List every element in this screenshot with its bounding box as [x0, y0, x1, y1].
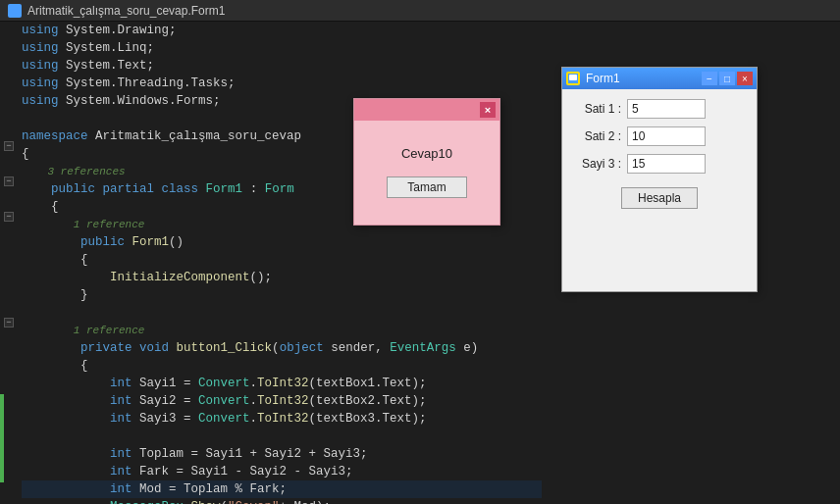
form1-row-2: Sati 2 :: [574, 126, 745, 146]
form1-row-1: Sati 1 :: [574, 99, 745, 119]
dialog-title-bar: ×: [354, 99, 499, 121]
form1-close-button[interactable]: ×: [737, 72, 753, 85]
code-line: InitializeComponent();: [22, 269, 542, 286]
form1-label-sati2: Sati 2 :: [574, 129, 621, 143]
form1-hesapla-button[interactable]: Hesapla: [621, 187, 698, 209]
collapse-namespace[interactable]: −: [4, 141, 14, 151]
form1-minimize-button[interactable]: −: [702, 72, 717, 85]
form1-title-bar: Form1 − □ ×: [562, 68, 757, 89]
form1-label-sayi3: Sayi 3 :: [574, 157, 621, 171]
form1-input-sati2[interactable]: [627, 126, 706, 146]
code-line: using System.Threading.Tasks;: [22, 75, 542, 92]
code-line: public Form1(): [22, 233, 542, 251]
change-indicator: [0, 394, 4, 482]
collapse-method[interactable]: −: [4, 318, 14, 328]
code-line: int Sayi1 = Convert.ToInt32(textBox1.Tex…: [22, 375, 542, 392]
app-icon: [8, 4, 22, 18]
form1-body: Sati 1 : Sati 2 : Sayi 3 : Hesapla: [562, 89, 757, 219]
code-line: }: [22, 286, 542, 304]
form1-window: Form1 − □ × Sati 1 : Sati 2 : Sayi 3 : H…: [561, 67, 758, 292]
form1-input-sayi3[interactable]: [627, 154, 706, 174]
dialog-body: Cevap10 Tamam: [354, 121, 499, 225]
form1-label-sati1: Sati 1 :: [574, 102, 621, 116]
dialog-message-text: Cevap10: [401, 146, 452, 161]
form1-window-controls: − □ ×: [702, 72, 753, 85]
collapse-constructor[interactable]: −: [4, 212, 14, 222]
code-editor: − − − − using System.Drawing; using Syst…: [0, 22, 546, 504]
dialog-close-button[interactable]: ×: [480, 102, 496, 118]
code-line: using System.Linq;: [22, 39, 542, 57]
collapse-class[interactable]: −: [4, 176, 14, 186]
code-line: private void button1_Click(object sender…: [22, 339, 542, 357]
title-bar: Aritmatik_çalışma_soru_cevap.Form1: [0, 0, 840, 22]
code-line-active: int Mod = Toplam % Fark;: [22, 480, 542, 498]
form1-window-icon: [566, 72, 580, 85]
code-line: int Fark = Sayi1 - Sayi2 - Sayi3;: [22, 463, 542, 480]
code-line: using System.Text;: [22, 57, 542, 75]
code-lines: using System.Drawing; using System.Linq;…: [18, 22, 546, 504]
code-line: {: [22, 357, 542, 375]
svg-rect-1: [569, 75, 577, 80]
code-line: using System.Drawing;: [22, 22, 542, 39]
code-line: MessageBox.Show("Cevap"+ Mod);: [22, 498, 542, 504]
code-line: int Toplam = Sayi1 + Sayi2 + Sayi3;: [22, 445, 542, 463]
code-line: {: [22, 251, 542, 269]
code-line: [22, 304, 542, 322]
code-line: [22, 428, 542, 445]
code-line: int Sayi3 = Convert.ToInt32(textBox3.Tex…: [22, 410, 542, 428]
form1-input-sati1[interactable]: [627, 99, 706, 119]
title-bar-text: Aritmatik_çalışma_soru_cevap.Form1: [27, 4, 225, 18]
code-line: int Sayi2 = Convert.ToInt32(textBox2.Tex…: [22, 392, 542, 410]
form1-maximize-button[interactable]: □: [719, 72, 735, 85]
code-line: 1 reference: [22, 322, 542, 339]
form1-title-text: Form1: [586, 72, 702, 85]
dialog-ok-button[interactable]: Tamam: [387, 176, 466, 198]
message-dialog: × Cevap10 Tamam: [353, 98, 500, 226]
form1-row-3: Sayi 3 :: [574, 154, 745, 174]
